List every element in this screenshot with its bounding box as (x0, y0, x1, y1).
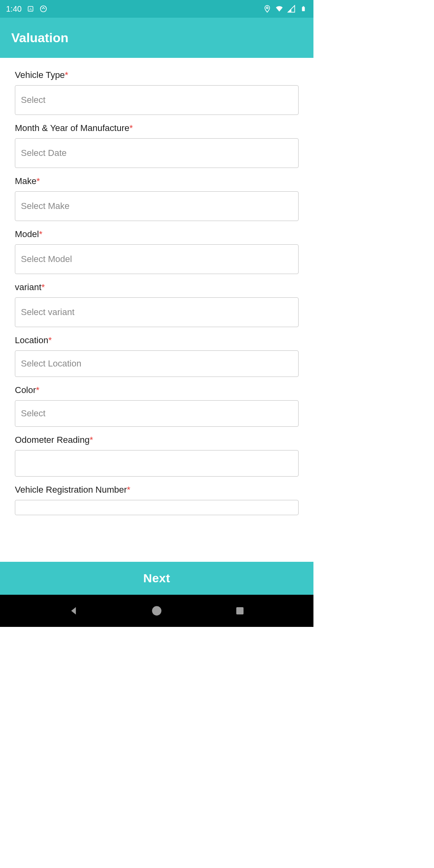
odometer-field: Odometer Reading* (15, 435, 299, 477)
status-left: 1:40 A (6, 4, 47, 14)
make-label: Make* (15, 176, 299, 186)
svg-point-3 (266, 7, 268, 8)
required-indicator: * (129, 123, 133, 133)
app-header: Valuation (0, 18, 313, 58)
home-button[interactable] (149, 604, 164, 618)
registration-label: Vehicle Registration Number* (15, 485, 299, 495)
text-input-icon: A (27, 5, 35, 13)
variant-label: variant* (15, 282, 299, 293)
vehicle-type-label: Vehicle Type* (15, 70, 299, 80)
location-icon (263, 5, 271, 13)
wifi-icon (275, 5, 283, 13)
svg-point-6 (152, 606, 161, 615)
required-indicator: * (39, 229, 43, 239)
next-button[interactable]: Next (0, 562, 313, 595)
color-field: Color* (15, 385, 299, 427)
back-button[interactable] (66, 604, 81, 618)
svg-rect-5 (303, 6, 304, 7)
no-rotation-icon (39, 5, 47, 13)
vehicle-type-field: Vehicle Type* (15, 70, 299, 115)
vehicle-type-select[interactable] (15, 85, 299, 115)
manufacture-date-select[interactable] (15, 138, 299, 168)
svg-point-2 (40, 6, 46, 12)
svg-rect-7 (236, 607, 244, 614)
variant-select[interactable] (15, 297, 299, 327)
color-select[interactable] (15, 400, 299, 427)
model-select[interactable] (15, 244, 299, 274)
location-field: Location* (15, 335, 299, 377)
status-bar: 1:40 A (0, 0, 313, 18)
color-label: Color* (15, 385, 299, 395)
signal-icon (287, 5, 295, 13)
odometer-input[interactable] (15, 450, 299, 477)
required-indicator: * (65, 70, 68, 80)
odometer-label: Odometer Reading* (15, 435, 299, 445)
status-time: 1:40 (6, 4, 22, 14)
manufacture-date-field: Month & Year of Manufacture* (15, 123, 299, 168)
required-indicator: * (127, 485, 131, 495)
model-label: Model* (15, 229, 299, 240)
navigation-bar (0, 595, 313, 627)
make-select[interactable] (15, 191, 299, 221)
variant-field: variant* (15, 282, 299, 327)
location-select[interactable] (15, 350, 299, 377)
required-indicator: * (48, 335, 52, 345)
svg-rect-4 (302, 7, 305, 11)
required-indicator: * (36, 385, 40, 395)
required-indicator: * (41, 282, 45, 292)
status-right (263, 5, 307, 13)
required-indicator: * (90, 435, 93, 445)
battery-icon (299, 5, 307, 13)
registration-input[interactable] (15, 500, 299, 515)
form-container: Vehicle Type* Month & Year of Manufactur… (0, 58, 313, 562)
svg-text:A: A (29, 7, 32, 11)
page-title: Valuation (11, 31, 68, 45)
manufacture-date-label: Month & Year of Manufacture* (15, 123, 299, 133)
recent-apps-button[interactable] (233, 604, 247, 618)
location-label: Location* (15, 335, 299, 346)
model-field: Model* (15, 229, 299, 274)
registration-field: Vehicle Registration Number* (15, 485, 299, 515)
make-field: Make* (15, 176, 299, 221)
required-indicator: * (37, 176, 40, 186)
